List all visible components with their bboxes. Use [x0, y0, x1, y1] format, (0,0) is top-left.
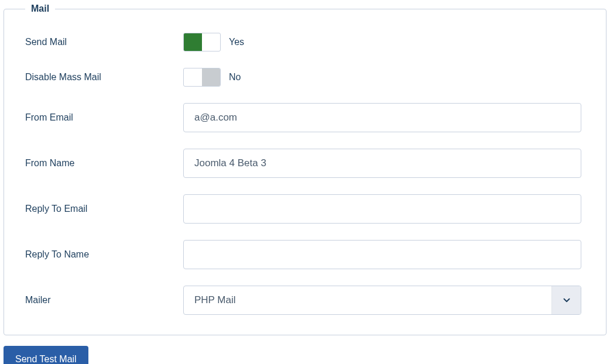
toggle-send-mail[interactable]: [183, 33, 221, 51]
label-reply-to-email: Reply To Email: [25, 204, 183, 214]
label-from-email: From Email: [25, 112, 183, 123]
toggle-disable-mass-mail[interactable]: [183, 68, 221, 87]
reply-to-email-input[interactable]: [183, 194, 581, 224]
row-from-email: From Email: [25, 103, 585, 132]
mailer-select[interactable]: PHP Mail: [183, 286, 581, 315]
from-email-input[interactable]: [183, 103, 581, 132]
label-disable-mass-mail: Disable Mass Mail: [25, 72, 183, 83]
chevron-down-icon: [551, 286, 581, 314]
mail-fieldset: Mail Send Mail Yes Disable Mass Mail No …: [4, 4, 606, 335]
label-reply-to-name: Reply To Name: [25, 249, 183, 260]
toggle-knob: [184, 33, 202, 51]
mailer-select-value: PHP Mail: [184, 286, 551, 314]
row-reply-to-name: Reply To Name: [25, 240, 585, 269]
reply-to-name-input[interactable]: [183, 240, 581, 269]
from-name-input[interactable]: [183, 149, 581, 178]
row-from-name: From Name: [25, 149, 585, 178]
label-mailer: Mailer: [25, 295, 183, 305]
row-mailer: Mailer PHP Mail: [25, 286, 585, 315]
toggle-spacer: [184, 68, 202, 86]
label-send-mail: Send Mail: [25, 37, 183, 47]
toggle-knob: [202, 68, 220, 86]
row-reply-to-email: Reply To Email: [25, 194, 585, 224]
label-from-name: From Name: [25, 158, 183, 169]
row-disable-mass-mail: Disable Mass Mail No: [25, 68, 585, 87]
toggle-disable-mass-mail-text: No: [229, 72, 241, 83]
toggle-send-mail-text: Yes: [229, 37, 244, 47]
mail-legend: Mail: [25, 4, 55, 14]
send-test-mail-button[interactable]: Send Test Mail: [4, 346, 88, 364]
row-send-mail: Send Mail Yes: [25, 33, 585, 51]
